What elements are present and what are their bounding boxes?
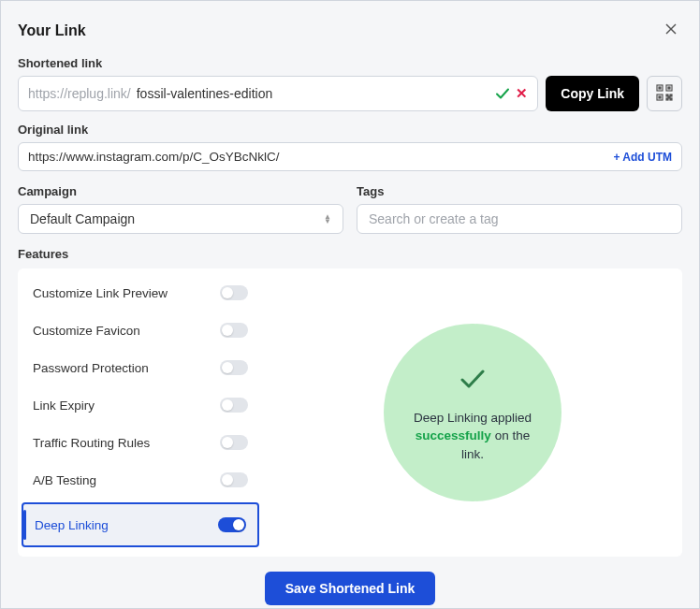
tags-input[interactable] — [357, 204, 682, 234]
success-text-word: successfully — [416, 428, 491, 442]
slug-input[interactable] — [137, 86, 490, 101]
shortened-link-label: Shortened link — [18, 56, 682, 70]
original-url-input[interactable] — [28, 150, 613, 164]
close-icon — [664, 22, 678, 39]
toggle-switch[interactable] — [220, 285, 248, 300]
shortened-link-field[interactable]: https://replug.link/ ✕ — [18, 76, 538, 111]
toggle-switch[interactable] — [220, 398, 248, 413]
copy-link-button[interactable]: Copy Link — [546, 76, 639, 111]
feature-label: Deep Linking — [35, 518, 109, 532]
original-link-field[interactable]: + Add UTM — [18, 142, 682, 171]
add-utm-button[interactable]: + Add UTM — [613, 151, 672, 164]
success-text-pre: Deep Linking applied — [414, 411, 532, 425]
svg-rect-5 — [668, 87, 670, 89]
success-badge: Deep Linking applied successfully on the… — [384, 324, 561, 501]
qr-code-icon — [656, 84, 673, 104]
feature-deep-linking[interactable]: Deep Linking — [22, 502, 259, 547]
features-heading: Features — [18, 247, 682, 261]
tags-label: Tags — [357, 184, 682, 198]
feature-label: Link Expiry — [33, 399, 95, 413]
svg-rect-12 — [670, 98, 672, 100]
domain-prefix: https://replug.link/ — [28, 86, 131, 101]
feature-traffic-routing-rules[interactable]: Traffic Routing Rules — [18, 424, 263, 461]
toggle-switch[interactable] — [220, 435, 248, 450]
feature-customize-favicon[interactable]: Customize Favicon — [18, 312, 263, 349]
valid-check-icon — [495, 86, 510, 101]
qr-code-button[interactable] — [647, 76, 682, 111]
feature-customize-link-preview[interactable]: Customize Link Preview — [18, 274, 263, 312]
your-link-modal: Your Link Shortened link https://replug.… — [0, 0, 700, 609]
toggle-switch[interactable] — [220, 360, 248, 375]
feature-password-protection[interactable]: Password Protection — [18, 349, 263, 386]
feature-link-expiry[interactable]: Link Expiry — [18, 386, 263, 424]
modal-title: Your Link — [18, 22, 86, 39]
original-link-section: Original link + Add UTM — [18, 123, 682, 171]
modal-header: Your Link — [18, 18, 682, 43]
svg-rect-3 — [659, 87, 661, 89]
toggle-switch[interactable] — [218, 517, 246, 532]
feature-label: Customize Favicon — [33, 324, 140, 338]
success-message: Deep Linking applied successfully on the… — [402, 409, 543, 464]
toggle-switch[interactable] — [220, 323, 248, 338]
save-shortened-link-button[interactable]: Save Shortened Link — [265, 572, 435, 605]
svg-rect-7 — [659, 96, 661, 98]
features-list: Customize Link Preview Customize Favicon… — [18, 268, 263, 557]
feature-label: Password Protection — [33, 361, 149, 375]
original-link-label: Original link — [18, 123, 682, 137]
campaign-select[interactable]: Default Campaign ▲▼ — [18, 204, 343, 234]
feature-label: Traffic Routing Rules — [33, 436, 150, 450]
feature-content-panel: Deep Linking applied successfully on the… — [263, 268, 682, 557]
close-button[interactable] — [660, 18, 682, 43]
feature-label: Customize Link Preview — [33, 286, 168, 300]
shortened-link-section: Shortened link https://replug.link/ ✕ Co… — [18, 56, 682, 111]
check-icon — [456, 362, 489, 399]
campaign-label: Campaign — [18, 184, 343, 198]
chevron-up-down-icon: ▲▼ — [324, 214, 331, 224]
campaign-selected-value: Default Campaign — [30, 211, 135, 226]
clear-icon[interactable]: ✕ — [516, 85, 528, 102]
svg-rect-11 — [666, 98, 668, 100]
feature-label: A/B Testing — [33, 473, 96, 487]
feature-ab-testing[interactable]: A/B Testing — [18, 461, 263, 499]
toggle-switch[interactable] — [220, 472, 248, 487]
campaign-section: Campaign Default Campaign ▲▼ — [18, 184, 343, 234]
features-section: Features Customize Link Preview Customiz… — [18, 247, 682, 557]
tags-section: Tags — [357, 184, 682, 234]
